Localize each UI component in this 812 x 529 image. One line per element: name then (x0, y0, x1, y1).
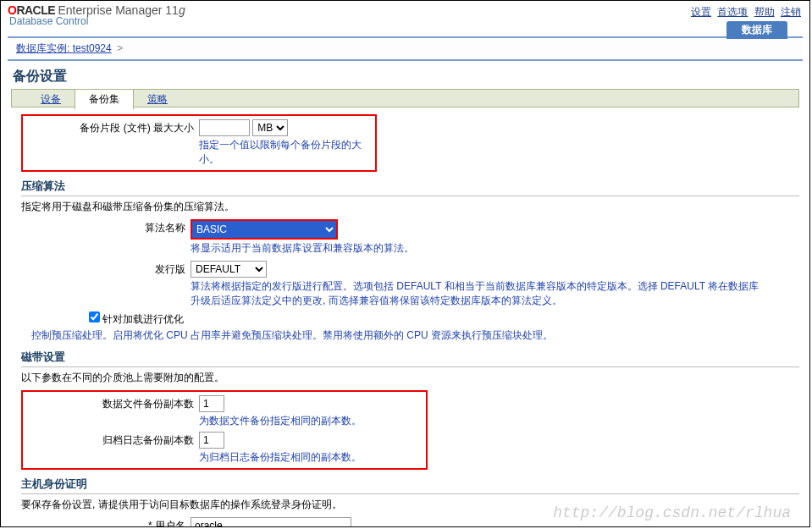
compression-section-desc: 指定将用于磁盘和磁带压缩备份集的压缩算法。 (21, 200, 799, 214)
tape-section-desc: 以下参数在不同的介质池上需要附加的配置。 (21, 371, 799, 385)
tape-section-title: 磁带设置 (21, 350, 799, 367)
release-label: 发行版 (21, 261, 191, 277)
tab-device[interactable]: 设备 (27, 90, 75, 110)
username-label: * 用户名 (21, 517, 191, 527)
algorithm-label: 算法名称 (21, 219, 191, 235)
breadcrumb-separator: > (117, 42, 123, 54)
preferences-link[interactable]: 首选项 (717, 6, 748, 18)
breadcrumb: 数据库实例: test0924 > (8, 36, 803, 61)
setup-link[interactable]: 设置 (691, 6, 711, 18)
tab-policy[interactable]: 策略 (134, 90, 181, 110)
arch-copies-label: 归档日志备份副本数 (30, 432, 199, 448)
arch-copies-input[interactable] (199, 432, 224, 449)
segment-size-box: 备份片段 (文件) 最大大小 MB 指定一个值以限制每个备份片段的大小。 (21, 114, 377, 172)
logo-area: ORACLE Enterprise Manager 11g Database C… (8, 3, 185, 27)
tape-copies-box: 数据文件备份副本数 为数据文件备份指定相同的副本数。 归档日志备份副本数 为归档… (21, 390, 428, 470)
release-select[interactable]: DEFAULT (191, 261, 267, 278)
segment-size-label: 备份片段 (文件) 最大大小 (30, 119, 199, 135)
segment-size-input[interactable] (199, 119, 250, 136)
data-copies-input[interactable] (199, 395, 224, 412)
database-tab[interactable]: 数据库 (726, 21, 787, 39)
host-cred-section-desc: 要保存备份设置, 请提供用于访问目标数据库的操作系统登录身份证明。 (21, 498, 799, 512)
segment-unit-select[interactable]: MB (252, 119, 288, 136)
compression-section-title: 压缩算法 (21, 179, 799, 196)
top-links: 设置 首选项 帮助 注销 数据库 (689, 3, 803, 36)
help-link[interactable]: 帮助 (754, 6, 775, 18)
segment-size-help: 指定一个值以限制每个备份片段的大小。 (199, 138, 368, 167)
algorithm-help: 将显示适用于当前数据库设置和兼容版本的算法。 (191, 241, 799, 256)
data-copies-help: 为数据文件备份指定相同的副本数。 (199, 414, 419, 428)
username-input[interactable] (191, 517, 351, 527)
host-cred-section-title: 主机身份证明 (21, 477, 799, 494)
optimize-help: 控制预压缩处理。启用将优化 CPU 占用率并避免预压缩块处理。禁用将使用额外的 … (31, 328, 799, 343)
release-help: 算法将根据指定的发行版进行配置。选项包括 DEFAULT 和相当于当前数据库兼容… (191, 279, 766, 308)
optimize-checkbox[interactable] (89, 311, 100, 322)
optimize-label[interactable]: 针对加载进行优化 (102, 313, 184, 325)
product-subtitle: Database Control (8, 15, 185, 27)
algorithm-select[interactable]: BASIC (192, 221, 336, 238)
arch-copies-help: 为归档日志备份指定相同的副本数。 (199, 450, 419, 465)
data-copies-label: 数据文件备份副本数 (30, 395, 199, 411)
tab-backup-set[interactable]: 备份集 (75, 89, 134, 110)
logout-link[interactable]: 注销 (781, 6, 801, 18)
tab-strip: 设备 备份集 策略 (11, 89, 799, 107)
page-title: 备份设置 (1, 61, 809, 89)
algorithm-highlight: BASIC (191, 219, 338, 240)
breadcrumb-instance[interactable]: 数据库实例: test0924 (16, 42, 112, 54)
